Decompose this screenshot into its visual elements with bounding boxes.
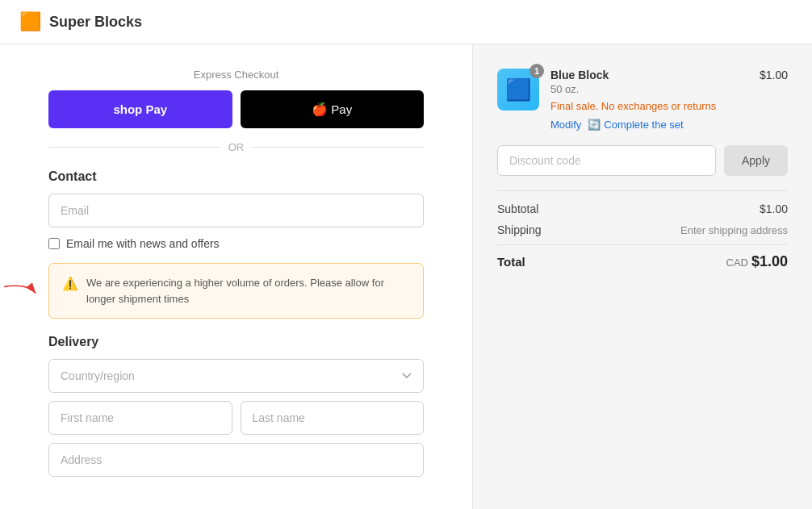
shop-pay-button[interactable]: shop Pay <box>48 90 232 128</box>
newsletter-row: Email me with news and offers <box>48 237 424 250</box>
total-amount: $1.00 <box>751 253 788 269</box>
apple-icon: 🍎 <box>312 102 328 117</box>
total-row: Total CAD$1.00 <box>497 244 788 270</box>
product-card: 1 🟦 Blue Block 50 oz. Final sale. No exc… <box>497 69 788 131</box>
apple-pay-label: Pay <box>331 102 352 116</box>
left-panel: Express Checkout shop Pay 🍎 Pay OR Conta… <box>0 44 473 509</box>
newsletter-checkbox[interactable] <box>48 238 60 249</box>
address-field-wrap <box>48 443 424 477</box>
product-sale-text: Final sale. No exchanges or returns <box>550 100 748 112</box>
logo-icon: 🟧 <box>19 11 41 32</box>
total-value: CAD$1.00 <box>726 253 789 270</box>
arrow-indicator <box>1 277 41 304</box>
discount-row: Apply <box>497 145 788 176</box>
delivery-section: Delivery Country/region <box>48 335 424 477</box>
express-buttons: shop Pay 🍎 Pay <box>48 90 424 128</box>
shipping-label: Shipping <box>497 223 542 236</box>
apply-button[interactable]: Apply <box>724 145 788 176</box>
subtotal-row: Subtotal $1.00 <box>497 202 788 215</box>
apple-pay-button[interactable]: 🍎 Pay <box>241 90 425 128</box>
product-image-wrap: 1 🟦 <box>497 69 539 111</box>
name-row <box>48 401 424 435</box>
or-divider: OR <box>48 141 424 153</box>
shipping-value: Enter shipping address <box>680 224 788 236</box>
complete-set-button[interactable]: 🔄 Complete the set <box>588 119 683 131</box>
warning-text: We are experiencing a higher volume of o… <box>86 275 410 307</box>
last-name-field[interactable] <box>241 401 425 435</box>
country-region-select[interactable]: Country/region <box>48 359 424 393</box>
product-price: $1.00 <box>760 69 788 81</box>
delivery-title: Delivery <box>48 335 424 349</box>
newsletter-label: Email me with news and offers <box>66 237 220 250</box>
discount-code-input[interactable] <box>497 145 716 176</box>
cube-icon: 🟦 <box>505 77 531 102</box>
product-name: Blue Block <box>550 69 748 81</box>
product-badge: 1 <box>529 64 544 78</box>
subtotal-label: Subtotal <box>497 202 538 215</box>
subtotal-value: $1.00 <box>760 202 788 215</box>
modify-button[interactable]: Modify <box>550 119 581 131</box>
warning-box: ⚠️ We are experiencing a higher volume o… <box>48 263 424 319</box>
product-size: 50 oz. <box>550 83 748 95</box>
shipping-row: Shipping Enter shipping address <box>497 223 788 236</box>
totals-section: Subtotal $1.00 Shipping Enter shipping a… <box>497 190 788 270</box>
warning-icon: ⚠️ <box>62 276 78 291</box>
header: 🟧 Super Blocks <box>0 0 812 44</box>
total-label: Total <box>497 255 525 269</box>
express-checkout-label: Express Checkout <box>48 69 424 81</box>
shop-pay-label: shop Pay <box>113 102 167 116</box>
right-panel: 1 🟦 Blue Block 50 oz. Final sale. No exc… <box>473 44 812 509</box>
site-title: Super Blocks <box>49 14 142 31</box>
rotate-icon: 🔄 <box>588 119 601 131</box>
complete-set-label: Complete the set <box>604 119 683 131</box>
main-content: Express Checkout shop Pay 🍎 Pay OR Conta… <box>0 44 812 509</box>
email-field[interactable] <box>48 194 424 227</box>
contact-section: Contact Email me with news and offers <box>48 169 424 319</box>
address-field[interactable] <box>48 443 424 477</box>
first-name-field[interactable] <box>48 401 232 435</box>
contact-title: Contact <box>48 169 424 184</box>
product-actions: Modify 🔄 Complete the set <box>550 119 748 131</box>
product-info: Blue Block 50 oz. Final sale. No exchang… <box>550 69 748 131</box>
total-currency: CAD <box>726 257 748 269</box>
